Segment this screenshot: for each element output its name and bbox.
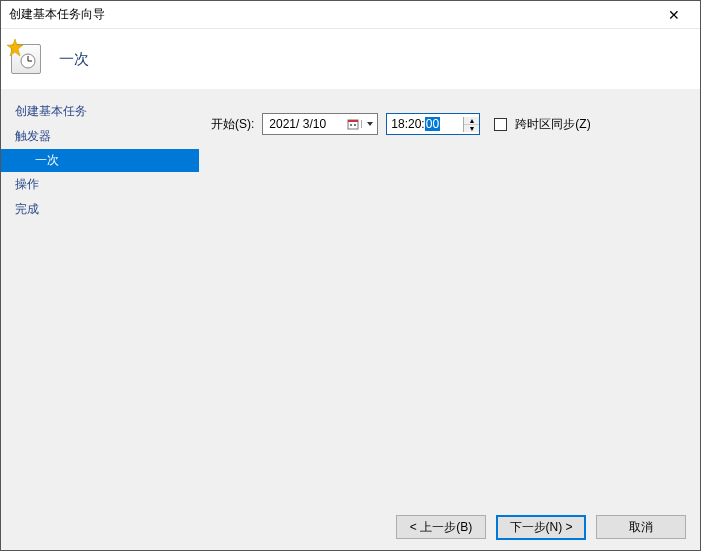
- clock-wizard-icon: [11, 44, 41, 74]
- time-prefix: 18:20:: [391, 117, 424, 131]
- time-value: 18:20:00: [387, 117, 463, 131]
- sidebar-item-trigger[interactable]: 触发器: [1, 124, 211, 149]
- time-seconds-selected: 00: [425, 117, 440, 131]
- date-value: 2021/ 3/10: [263, 117, 345, 131]
- sync-timezone-label: 跨时区同步(Z): [515, 116, 590, 133]
- svg-rect-5: [348, 120, 358, 122]
- next-button[interactable]: 下一步(N) >: [496, 515, 586, 540]
- spin-up-icon[interactable]: ▲: [464, 117, 479, 125]
- spin-down-icon[interactable]: ▼: [464, 125, 479, 132]
- wizard-content: 开始(S): 2021/ 3/10: [211, 89, 700, 504]
- sidebar-item-once[interactable]: 一次: [1, 149, 199, 172]
- wizard-footer: < 上一步(B) 下一步(N) > 取消: [1, 504, 700, 550]
- svg-rect-7: [354, 124, 356, 126]
- titlebar: 创建基本任务向导 ✕: [1, 1, 700, 29]
- svg-marker-8: [367, 122, 373, 126]
- start-time-row: 开始(S): 2021/ 3/10: [211, 113, 700, 135]
- page-title: 一次: [59, 50, 89, 69]
- start-label: 开始(S):: [211, 116, 254, 133]
- wizard-sidebar: 创建基本任务 触发器 一次 操作 完成: [1, 89, 211, 504]
- close-button[interactable]: ✕: [654, 3, 694, 27]
- sidebar-item-finish[interactable]: 完成: [1, 197, 211, 222]
- sidebar-item-create-task[interactable]: 创建基本任务: [1, 99, 211, 124]
- time-picker[interactable]: 18:20:00 ▲ ▼: [386, 113, 480, 135]
- cancel-button[interactable]: 取消: [596, 515, 686, 539]
- sidebar-item-action[interactable]: 操作: [1, 172, 211, 197]
- calendar-icon: [345, 118, 361, 130]
- svg-rect-6: [350, 124, 352, 126]
- sync-timezone-checkbox[interactable]: [494, 118, 507, 131]
- time-spinner[interactable]: ▲ ▼: [463, 117, 479, 132]
- window-title: 创建基本任务向导: [9, 6, 654, 23]
- wizard-header: 一次: [1, 29, 700, 89]
- date-picker[interactable]: 2021/ 3/10: [262, 113, 378, 135]
- wizard-body: 创建基本任务 触发器 一次 操作 完成 开始(S): 2021/ 3/10: [1, 89, 700, 504]
- wizard-window: 创建基本任务向导 ✕ 一次 创建基本任务 触发器 一次 操作 完成 开始(S):: [0, 0, 701, 551]
- back-button[interactable]: < 上一步(B): [396, 515, 486, 539]
- date-dropdown-icon[interactable]: [361, 120, 377, 128]
